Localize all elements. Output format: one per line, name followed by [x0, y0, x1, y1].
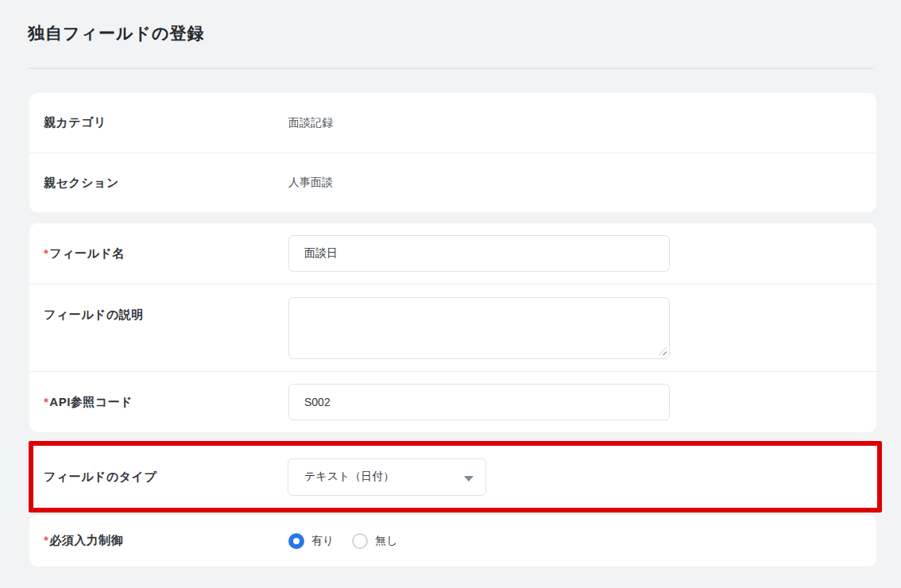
- parent-info-card: 親カテゴリ 面談記録 親セクション 人事面談: [29, 93, 876, 212]
- highlight-annotation-box: フィールドのタイプ テキスト（日付）: [29, 441, 882, 513]
- radio-unselected-icon[interactable]: [352, 533, 368, 549]
- field-description-wrap: [288, 297, 670, 359]
- row-field-description: フィールドの説明: [29, 284, 876, 371]
- row-field-name: *フィールド名: [29, 223, 876, 284]
- radio-no-label: 無し: [375, 534, 397, 548]
- field-type-select[interactable]: テキスト（日付）: [288, 458, 486, 496]
- field-type-selected-value: テキスト（日付）: [304, 470, 394, 484]
- parent-section-label: 親セクション: [44, 176, 288, 191]
- required-asterisk: *: [44, 395, 48, 408]
- chevron-down-icon: [464, 476, 474, 482]
- required-control-label: *必須入力制御: [44, 533, 288, 548]
- field-type-label: フィールドのタイプ: [44, 470, 288, 485]
- api-code-label: *API参照コード: [44, 395, 288, 410]
- field-name-input[interactable]: [288, 235, 670, 272]
- page-title: 独自フィールドの登録: [28, 22, 873, 44]
- form-container: 親カテゴリ 面談記録 親セクション 人事面談 *フィールド名 フィールドの説明 …: [29, 93, 876, 567]
- row-api-code: *API参照コード: [29, 371, 876, 432]
- required-control-radio-group: 有り 無し: [288, 533, 398, 549]
- required-asterisk: *: [44, 246, 48, 260]
- row-field-type: フィールドのタイプ テキスト（日付）: [33, 446, 877, 508]
- field-description-textarea[interactable]: [288, 297, 670, 359]
- radio-yes-label: 有り: [311, 534, 334, 548]
- parent-section-value: 人事面談: [288, 176, 333, 190]
- radio-option-no[interactable]: 無し: [352, 533, 397, 549]
- parent-category-value: 面談記録: [288, 116, 333, 130]
- required-asterisk: *: [44, 533, 48, 547]
- field-name-label: *フィールド名: [44, 246, 288, 261]
- parent-category-label: 親カテゴリ: [44, 115, 288, 130]
- field-description-label: フィールドの説明: [44, 284, 288, 323]
- field-edit-card: *フィールド名 フィールドの説明 *API参照コード: [29, 223, 876, 432]
- radio-option-yes[interactable]: 有り: [288, 533, 334, 549]
- row-required-control: *必須入力制御 有り 無し: [29, 515, 876, 567]
- row-parent-section: 親セクション 人事面談: [29, 153, 876, 212]
- row-parent-category: 親カテゴリ 面談記録: [29, 93, 876, 153]
- radio-selected-icon[interactable]: [288, 533, 304, 549]
- title-divider: [28, 68, 873, 69]
- page-header: 独自フィールドの登録: [0, 0, 901, 44]
- required-control-card: *必須入力制御 有り 無し: [29, 515, 876, 567]
- api-code-input[interactable]: [288, 384, 670, 420]
